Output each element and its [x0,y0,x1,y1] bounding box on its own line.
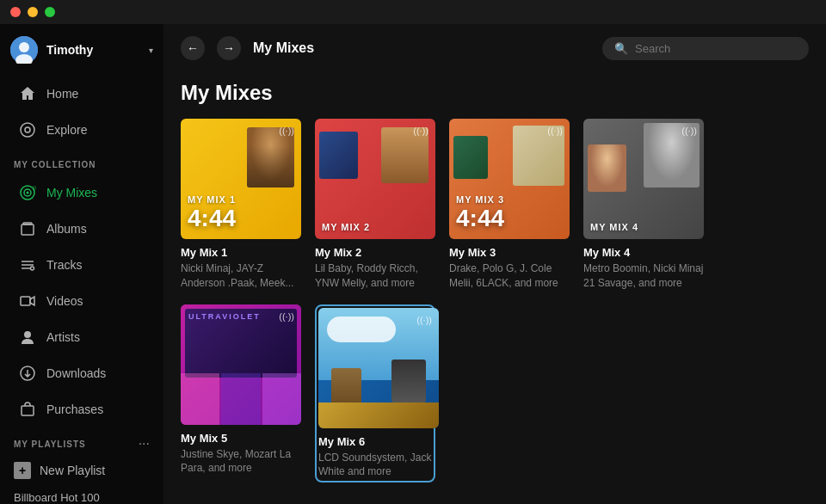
topbar-title: My Mixes [253,40,314,56]
svg-point-16 [24,331,31,338]
svg-point-3 [21,123,34,137]
topbar: ← → My Mixes 🔍 [163,24,826,72]
sidebar-item-videos-label: Videos [46,294,83,308]
mix3-name: My Mix 3 [449,246,570,259]
sidebar-item-albums[interactable]: Albums [5,212,158,246]
new-playlist-label: New Playlist [40,464,105,477]
sidebar: Timothy ▾ Home Explore MY COLLECTION [0,24,163,504]
sidebar-item-purchases[interactable]: Purchases [5,392,158,427]
mix3-label: MY MIX 3 [456,194,504,205]
mix3-number: 4:44 [456,205,504,232]
svg-point-14 [31,267,34,270]
mix6-name: My Mix 6 [318,435,432,448]
radio-icon-2: ((·)) [413,126,428,136]
mix4-label: MY MIX 4 [590,222,638,232]
app-layout: Timothy ▾ Home Explore MY COLLECTION [0,24,826,504]
mix-thumbnail-3: ((·)) MY MIX 3 4:44 [449,119,570,239]
sidebar-item-videos[interactable]: Videos [5,284,158,318]
sidebar-item-tracks-label: Tracks [46,258,82,272]
sidebar-item-my-mixes[interactable]: )) My Mixes [5,175,158,210]
back-button[interactable]: ← [181,36,205,60]
explore-icon [19,121,36,138]
mix2-name: My Mix 2 [315,246,435,259]
search-input[interactable] [635,42,797,55]
svg-rect-18 [22,406,34,415]
username: Timothy [46,43,149,57]
mix2-artists: Lil Baby, Roddy Ricch, YNW Melly, and mo… [315,261,435,291]
section-title: My Mixes [181,81,809,105]
forward-button[interactable]: → [217,36,241,60]
mix1-art [247,127,294,187]
sidebar-item-purchases-label: Purchases [46,403,103,416]
sidebar-item-explore[interactable]: Explore [5,113,158,147]
mix1-number: 4:44 [188,205,236,232]
playlists-header: MY PLAYLISTS ··· [0,427,163,455]
mix-thumbnail-1: ((·)) MY MIX 1 4:44 [181,119,301,239]
close-button[interactable] [10,7,21,17]
purchases-icon [19,401,36,418]
mix-card-4[interactable]: ((·)) MY MIX 4 My Mix 4 Metro Boomin, Ni… [583,119,704,291]
mix-thumbnail-5: ULTRAVIOLET ((·)) MY MIX 5 [181,304,301,425]
mix5-name: My Mix 5 [181,432,301,445]
playlists-label: MY PLAYLISTS [14,439,86,449]
radio-icon-4: ((·)) [681,126,697,136]
albums-icon [19,220,36,237]
mix-card-5[interactable]: ULTRAVIOLET ((·)) MY MIX 5 [181,304,301,483]
mix-thumbnail-6: ((·)) MY MIX 6 [318,308,439,428]
radio-icon-6: ((·)) [416,315,432,325]
mix-card-3[interactable]: ((·)) MY MIX 3 4:44 My Mix 3 Drake, Polo… [449,119,570,291]
collection-label: MY COLLECTION [0,148,163,175]
tracks-icon [19,256,36,274]
mix1-label: MY MIX 1 [188,194,236,205]
sidebar-item-mymixes-label: My Mixes [46,186,97,200]
svg-point-7 [27,192,29,194]
artists-icon [19,329,36,346]
sidebar-item-albums-label: Albums [46,222,87,236]
playlist-item-billboard[interactable]: Billboard Hot 100 [0,486,163,504]
videos-icon [19,292,36,310]
search-icon: 🔍 [614,42,628,55]
titlebar [0,0,826,24]
mix4-name: My Mix 4 [583,246,704,259]
content-area: My Mixes ((·)) MY MIX 1 4:44 [163,72,826,504]
main-content: ← → My Mixes 🔍 My Mixes [163,24,826,504]
mix1-name: My Mix 1 [181,246,301,259]
svg-rect-9 [22,224,34,235]
downloads-icon [19,365,36,382]
search-bar[interactable]: 🔍 [602,37,809,60]
sidebar-item-tracks[interactable]: Tracks [5,248,158,282]
svg-rect-15 [21,297,30,305]
svg-point-4 [25,127,30,132]
mix-thumbnail-4: ((·)) MY MIX 4 [583,119,704,239]
new-playlist-button[interactable]: + New Playlist [0,455,163,486]
minimize-button[interactable] [28,7,38,17]
plus-icon: + [14,462,31,479]
sidebar-item-downloads[interactable]: Downloads [5,356,158,390]
sidebar-item-artists[interactable]: Artists [5,320,158,354]
mix6-artists: LCD Soundsystem, Jack White and more [318,451,432,480]
avatar [10,36,38,64]
mix-card-6[interactable]: ((·)) MY MIX 6 My Mix 6 LCD Soundsystem,… [315,304,435,483]
mixes-grid: ((·)) MY MIX 1 4:44 My Mix 1 Nicki Minaj… [181,119,809,482]
sidebar-item-explore-label: Explore [46,123,87,137]
svg-rect-10 [23,223,32,224]
sidebar-item-home[interactable]: Home [5,77,158,111]
radio-icon-1: ((·)) [279,126,294,136]
playlists-more-button[interactable]: ··· [139,436,150,452]
mixes-icon: )) [19,184,36,201]
user-section[interactable]: Timothy ▾ [0,24,163,76]
mix3-artists: Drake, Polo G, J. Cole Melii, 6LACK, and… [449,261,570,291]
mix4-artists: Metro Boomin, Nicki Minaj 21 Savage, and… [583,261,704,291]
mix5-artists: Justine Skye, Mozart La Para, and more [181,447,301,476]
mix1-artists: Nicki Minaj, JAY-Z Anderson .Paak, Meek.… [181,261,301,291]
sidebar-item-home-label: Home [46,87,78,101]
mix-card-1[interactable]: ((·)) MY MIX 1 4:44 My Mix 1 Nicki Minaj… [181,119,301,291]
mix-card-2[interactable]: ((·)) MY MIX 2 My Mix 2 Lil Baby, Roddy … [315,119,435,291]
maximize-button[interactable] [45,7,55,17]
radio-icon-3: ((·)) [547,126,563,136]
mix2-label: MY MIX 2 [322,222,370,232]
svg-text:)): )) [33,185,36,190]
home-icon [19,85,36,102]
mix-thumbnail-2: ((·)) MY MIX 2 [315,119,435,239]
sidebar-item-artists-label: Artists [46,330,80,344]
